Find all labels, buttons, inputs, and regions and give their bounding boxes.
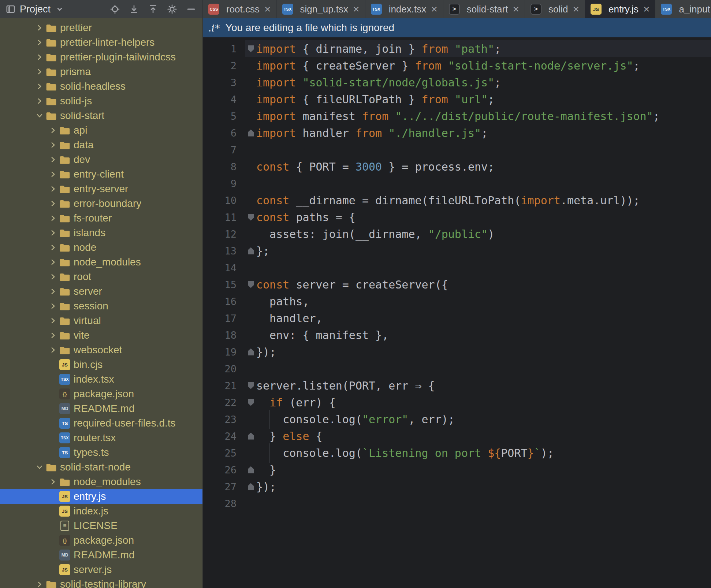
chevron-right-icon[interactable] (47, 200, 59, 208)
editor-tab-solid-start[interactable]: >solid-start× (443, 0, 525, 18)
code-line-15[interactable]: 15const server = createServer({ (203, 276, 711, 293)
code-line-13[interactable]: 13}; (203, 242, 711, 259)
code-line-12[interactable]: 12 assets: join(__dirname, "/public") (203, 226, 711, 242)
chevron-right-icon[interactable] (33, 53, 46, 61)
fold-up-icon[interactable] (245, 349, 256, 356)
fold-down-icon[interactable] (245, 399, 256, 406)
code-line-5[interactable]: 5import manifest from "../../dist/public… (203, 108, 711, 124)
tree-item-websocket[interactable]: websocket (0, 343, 202, 357)
code-line-23[interactable]: 23 console.log("error", err); (203, 411, 711, 428)
collapse-all-icon[interactable] (148, 4, 159, 15)
tree-item-solid-js[interactable]: solid-js (0, 94, 202, 108)
code-line-1[interactable]: 1import { dirname, join } from "path"; (203, 40, 711, 57)
chevron-right-icon[interactable] (47, 331, 59, 339)
editor-tab-solid[interactable]: >solid× (525, 0, 585, 18)
hide-icon[interactable] (186, 4, 197, 15)
code-line-10[interactable]: 10const __dirname = dirname(fileURLToPat… (203, 192, 711, 209)
project-panel-title[interactable]: Project (20, 4, 51, 15)
tree-item-entry.js[interactable]: JSentry.js (0, 489, 202, 504)
tree-item-prettier-plugin-tailwindcss[interactable]: prettier-plugin-tailwindcss (0, 50, 202, 64)
code-text[interactable]: import "solid-start/node/globals.js"; (256, 76, 501, 89)
settings-icon[interactable] (167, 4, 178, 15)
code-line-11[interactable]: 11const paths = { (203, 209, 711, 226)
chevron-down-icon[interactable] (33, 463, 46, 471)
code-line-20[interactable]: 20 (203, 360, 711, 377)
code-line-27[interactable]: 27}); (203, 478, 711, 495)
code-line-14[interactable]: 14 (203, 259, 711, 276)
tree-item-entry-client[interactable]: entry-client (0, 167, 202, 182)
code-line-17[interactable]: 17 handler, (203, 310, 711, 327)
code-text[interactable]: const { PORT = 3000 } = process.env; (256, 160, 494, 173)
tree-item-solid-headless[interactable]: solid-headless (0, 79, 202, 94)
chevron-right-icon[interactable] (33, 24, 46, 32)
code-text[interactable]: env: { manifest }, (256, 329, 388, 342)
code-text[interactable]: }); (256, 480, 276, 493)
code-line-2[interactable]: 2import { createServer } from "solid-sta… (203, 57, 711, 74)
tree-item-node_modules[interactable]: node_modules (0, 475, 202, 489)
tree-item-error-boundary[interactable]: error-boundary (0, 196, 202, 211)
chevron-right-icon[interactable] (33, 97, 46, 105)
chevron-right-icon[interactable] (47, 156, 59, 164)
fold-down-icon[interactable] (245, 45, 256, 52)
tree-item-node[interactable]: node (0, 240, 202, 255)
code-line-28[interactable]: 28 (203, 495, 711, 512)
fold-down-icon[interactable] (245, 214, 256, 221)
tree-item-solid-testing-library[interactable]: solid-testing-library (0, 577, 202, 588)
tree-item-package.json[interactable]: {}package.json (0, 533, 202, 548)
locate-icon[interactable] (109, 4, 120, 15)
tree-item-session[interactable]: session (0, 299, 202, 313)
chevron-right-icon[interactable] (47, 185, 59, 193)
fold-up-icon[interactable] (245, 483, 256, 490)
tree-item-fs-router[interactable]: fs-router (0, 211, 202, 226)
expand-all-icon[interactable] (129, 4, 139, 15)
chevron-right-icon[interactable] (33, 38, 46, 46)
code-line-9[interactable]: 9 (203, 175, 711, 192)
code-text[interactable]: }; (256, 245, 269, 257)
tree-item-required-user-files.d.ts[interactable]: TSrequired-user-files.d.ts (0, 416, 202, 431)
chevron-right-icon[interactable] (47, 243, 59, 252)
tab-close-icon[interactable]: × (431, 4, 438, 15)
chevron-right-icon[interactable] (47, 170, 59, 178)
tree-item-data[interactable]: data (0, 138, 202, 152)
code-text[interactable]: import handler from "./handler.js"; (256, 127, 488, 139)
code-text[interactable]: const server = createServer({ (256, 278, 448, 291)
tree-item-islands[interactable]: islands (0, 226, 202, 240)
chevron-right-icon[interactable] (47, 214, 59, 222)
chevron-right-icon[interactable] (47, 141, 59, 149)
code-line-18[interactable]: 18 env: { manifest }, (203, 327, 711, 343)
tree-item-server.js[interactable]: JSserver.js (0, 562, 202, 577)
code-line-22[interactable]: 22 if (err) { (203, 394, 711, 411)
fold-down-icon[interactable] (245, 382, 256, 389)
code-line-6[interactable]: 6import handler from "./handler.js"; (203, 124, 711, 141)
code-line-19[interactable]: 19}); (203, 343, 711, 360)
tree-item-solid-start[interactable]: solid-start (0, 108, 202, 123)
tree-item-root[interactable]: root (0, 269, 202, 284)
chevron-right-icon[interactable] (47, 478, 59, 486)
code-line-24[interactable]: 24 } else { (203, 428, 711, 444)
code-line-25[interactable]: 25 console.log(`Listening on port ${PORT… (203, 444, 711, 461)
chevron-down-icon[interactable] (33, 112, 46, 120)
chevron-right-icon[interactable] (47, 317, 59, 325)
code-line-16[interactable]: 16 paths, (203, 293, 711, 310)
code-text[interactable]: } else { (256, 430, 323, 443)
chevron-right-icon[interactable] (47, 346, 59, 354)
editor-tab-entry.js[interactable]: JSentry.js× (585, 0, 655, 18)
tree-item-package.json[interactable]: {}package.json (0, 387, 202, 401)
code-text[interactable]: import { dirname, join } from "path"; (256, 42, 501, 55)
code-line-8[interactable]: 8const { PORT = 3000 } = process.env; (203, 158, 711, 175)
tab-close-icon[interactable]: × (643, 4, 650, 15)
code-text[interactable]: server.listen(PORT, err ⇒ { (256, 379, 435, 392)
tab-close-icon[interactable]: × (264, 4, 271, 15)
code-text[interactable]: paths, (256, 295, 309, 308)
tree-item-README.md[interactable]: MDREADME.md (0, 401, 202, 416)
tree-item-index.js[interactable]: JSindex.js (0, 504, 202, 518)
editor-tab-root.css[interactable]: CSSroot.css× (203, 0, 277, 18)
chevron-right-icon[interactable] (33, 68, 46, 76)
tree-item-node_modules[interactable]: node_modules (0, 255, 202, 269)
fold-up-icon[interactable] (245, 433, 256, 440)
tree-item-api[interactable]: api (0, 123, 202, 138)
code-text[interactable]: handler, (256, 312, 323, 325)
tree-item-prettier-linter-helpers[interactable]: prettier-linter-helpers (0, 35, 202, 50)
fold-down-icon[interactable] (245, 281, 256, 288)
tree-item-README.md[interactable]: MDREADME.md (0, 548, 202, 562)
